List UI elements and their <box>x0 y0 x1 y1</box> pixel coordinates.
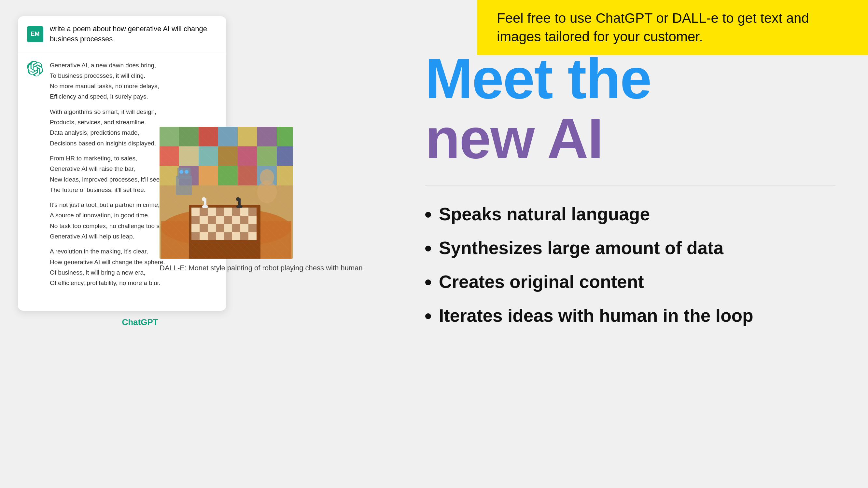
poem-stanza3: From HR to marketing, to sales,Generativ… <box>50 153 173 195</box>
dalle-caption: DALL-E: Monet style painting of robot pl… <box>159 263 363 273</box>
bullet-text-3: Creates original content <box>439 271 644 292</box>
poem-stanza2: With algorithms so smart, it will design… <box>50 107 173 149</box>
yellow-banner: Feel free to use ChatGPT or DALL-e to ge… <box>477 0 868 55</box>
title-line2: new AI <box>425 109 835 168</box>
bullet-dot-4 <box>425 313 431 319</box>
section-divider <box>425 185 835 186</box>
dalle-painting-svg <box>159 127 293 259</box>
poem-stanza5: A revolution in the making, it's clear,H… <box>50 246 173 288</box>
dalle-image <box>159 127 293 259</box>
user-avatar: EM <box>27 26 43 42</box>
user-prompt-text: write a poem about how generative AI wil… <box>50 24 217 44</box>
bullet-item-2: Synthesizes large amount of data <box>425 237 835 259</box>
bullet-dot-3 <box>425 280 431 285</box>
bullet-dot-1 <box>425 212 431 218</box>
openai-icon <box>27 61 43 77</box>
svg-rect-69 <box>159 127 293 259</box>
bullet-text-4: Iterates ideas with human in the loop <box>439 305 753 326</box>
poem-text: Generative AI, a new dawn does bring,To … <box>50 60 173 293</box>
chatgpt-label: ChatGPT <box>18 317 262 327</box>
banner-text: Feel free to use ChatGPT or DALL-e to ge… <box>497 9 848 46</box>
bullet-text-2: Synthesizes large amount of data <box>439 237 723 259</box>
dalle-section: DALL-E: Monet style painting of robot pl… <box>159 127 363 273</box>
bullet-item-1: Speaks natural language <box>425 203 835 225</box>
poem-stanza4: It's not just a tool, but a partner in c… <box>50 200 173 242</box>
poem-stanza1: Generative AI, a new dawn does bring,To … <box>50 60 173 102</box>
feature-list: Speaks natural language Synthesizes larg… <box>425 203 835 326</box>
title-line1: Meet the <box>425 49 835 109</box>
user-message: EM write a poem about how generative AI … <box>18 16 226 53</box>
bullet-dot-2 <box>425 246 431 252</box>
bullet-item-3: Creates original content <box>425 271 835 292</box>
bullet-item-4: Iterates ideas with human in the loop <box>425 305 835 326</box>
bullet-text-1: Speaks natural language <box>439 203 650 225</box>
right-content: Meet the new AI Speaks natural language … <box>393 29 868 358</box>
